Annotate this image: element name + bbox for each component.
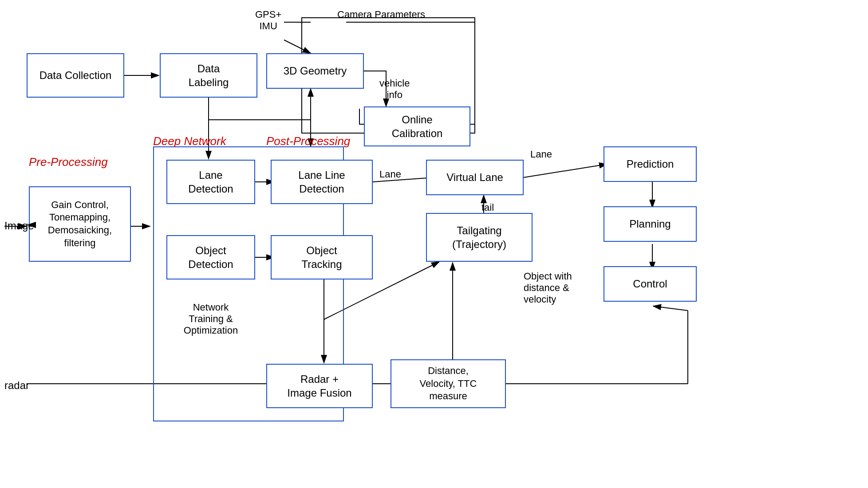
distance-velocity-box: Distance,Velocity, TTCmeasure (391, 359, 506, 408)
control-box: Control (604, 266, 697, 302)
online-calibration-box: OnlineCalibration (364, 106, 470, 146)
planning-box: Planning (604, 206, 697, 242)
virtual-lane-box: Virtual Lane (426, 160, 524, 195)
object-detection-box: ObjectDetection (166, 235, 255, 279)
tail-label: tail (481, 202, 494, 213)
3d-geometry-box: 3D Geometry (266, 53, 364, 89)
svg-line-21 (653, 306, 688, 311)
tailgating-box: Tailgating(Trajectory) (426, 213, 533, 262)
lane-line-detection-box: Lane LineDetection (271, 160, 373, 204)
lane-detection-box: LaneDetection (166, 160, 255, 204)
post-processing-label: Post-Processing (266, 134, 350, 148)
object-distance-velocity-label: Object withdistance &velocity (524, 271, 572, 305)
radar-image-fusion-box: Radar +Image Fusion (266, 364, 373, 408)
camera-params-label: Camera Parameters (337, 9, 425, 20)
prediction-box: Prediction (604, 146, 697, 182)
lane-label-2: Lane (530, 149, 552, 160)
data-collection-box: Data Collection (27, 53, 124, 98)
object-tracking-box: ObjectTracking (271, 235, 373, 279)
network-training-label: NetworkTraining &Optimization (166, 302, 255, 336)
radar-label: radar (4, 379, 29, 392)
svg-line-11 (524, 164, 607, 177)
image-label: Image (4, 220, 34, 232)
svg-line-2 (284, 40, 311, 53)
gps-imu-label: GPS+IMU (255, 9, 281, 32)
diagram: Data Collection DataLabeling 3D Geometry… (0, 0, 868, 488)
lane-label-1: Lane (379, 169, 401, 180)
deep-network-label: Deep Network (153, 134, 226, 148)
image-processing-box: Gain Control,Tonemapping,Demosaicking,fi… (29, 186, 131, 262)
data-labeling-box: DataLabeling (160, 53, 257, 98)
vehicle-info-label: vehicleinfo (379, 78, 410, 101)
pre-processing-label: Pre-Processing (29, 155, 108, 169)
